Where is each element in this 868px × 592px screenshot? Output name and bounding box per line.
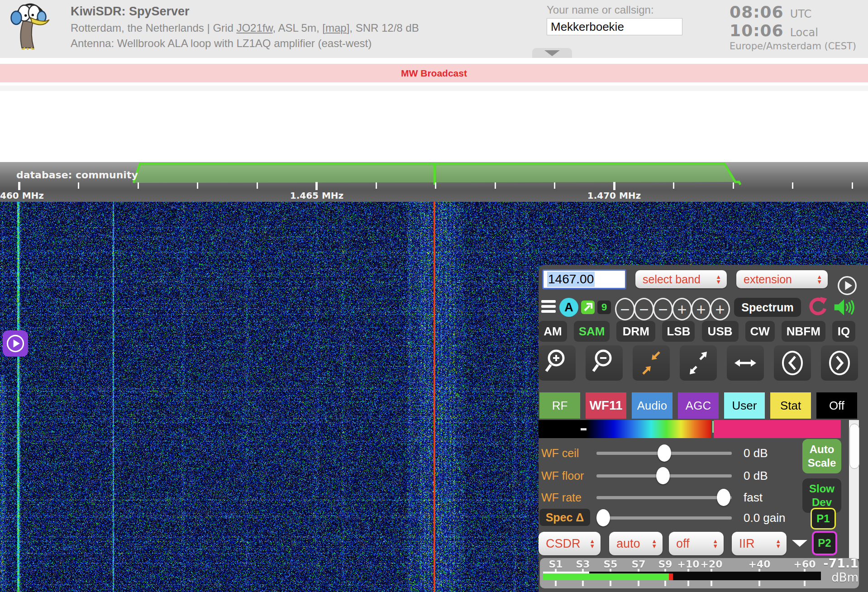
mode-button-cw[interactable]: CW [745,321,775,342]
zoom-out-step-button-2[interactable]: − [634,298,654,320]
s-meter-tick [610,581,611,586]
tab-rf[interactable]: RF [539,392,580,419]
kiwi-bird-icon [5,1,52,50]
refresh-button[interactable] [806,296,828,319]
passband-width-button[interactable] [727,345,764,381]
mode-button-nbfm[interactable]: NBFM [782,321,825,342]
slider-thumb[interactable] [596,509,610,526]
slider-value: 0 dB [744,446,768,460]
select-band-dropdown[interactable]: select band ▲▼ [635,270,727,288]
minor-tick [733,182,734,189]
band-bar-label: MW Broadcast [401,68,467,79]
minor-tick [792,182,793,189]
slider-label-2: WF floor [541,469,584,482]
callsign-input[interactable] [547,18,682,35]
link-button[interactable] [581,301,595,314]
play-icon [5,334,25,353]
slider-track[interactable] [596,496,732,499]
zoom-out-step-button-1[interactable]: − [615,298,635,320]
major-tick [613,182,615,190]
zoom-in-step-button-1[interactable]: + [672,298,692,320]
preset-p1-button[interactable]: P1 [811,508,836,530]
utc-time: 08:06 [730,3,784,21]
dsp-dropdown-csdr[interactable]: CSDR▲▼ [539,532,601,555]
frequency-label: 460 MHz [0,190,44,201]
slider-thumb[interactable] [658,444,671,462]
extension-play-button[interactable] [837,275,858,296]
chevron-down-icon [544,50,560,56]
dsp-dropdown-auto[interactable]: auto▲▼ [609,532,663,555]
shift-right-button[interactable] [821,345,858,381]
shift-left-button[interactable] [774,345,811,381]
location-prefix: Rotterdam, the Netherlands | Grid [71,22,236,34]
spacer [0,82,868,86]
tab-agc[interactable]: AGC [678,392,719,419]
zoom-out-step-button-3[interactable]: − [653,298,673,320]
s-meter-label: S7 [631,559,645,570]
dsp-dropdown-label: IIR [739,537,755,551]
zoom-level-badge[interactable]: 9 [597,301,611,314]
zoom-out-button[interactable] [586,345,623,381]
tab-audio[interactable]: Audio [632,392,672,419]
frequency-scale[interactable]: database: community 460 MHz1.465 MHz1.47… [0,162,868,202]
frequency-label: 1.470 MHz [587,190,641,201]
compress-arrows-icon [637,346,666,380]
auto-scale-line: Auto [802,443,841,456]
zoom-to-band-button[interactable] [633,345,670,381]
spacer [0,58,868,64]
colormap-gradient [587,420,711,438]
mode-button-drm[interactable]: DRM [616,321,655,342]
s-meter-label: +60 [793,559,816,570]
mode-button-lsb[interactable]: LSB [662,321,695,342]
frequency-input[interactable]: 1467.00 [542,269,626,289]
panel-scrollbar-thumb[interactable] [849,424,859,469]
extension-dropdown[interactable]: extension ▲▼ [736,270,828,288]
mode-button-iq[interactable]: IQ [832,321,855,342]
more-options-caret[interactable] [792,540,807,547]
major-tick [18,182,20,190]
s-meter-tick [711,581,712,586]
mute-button[interactable] [833,296,856,318]
zoom-in-step-button-3[interactable]: + [710,298,730,320]
audio-start-button[interactable] [3,330,28,357]
colormap-overload-zone [714,420,841,438]
mode-button-am[interactable]: AM [539,321,567,342]
local-label: Local [790,26,818,39]
slider-thumb[interactable] [717,489,730,506]
tab-off[interactable]: Off [816,392,857,419]
slider-value: 0 dB [744,469,768,483]
mode-button-usb[interactable]: USB [702,321,739,342]
minor-tick [495,182,496,189]
refresh-icon [806,296,828,319]
slider-label-4[interactable]: Spec Δ [539,509,590,526]
dsp-dropdown-label: auto [616,537,640,551]
dsp-dropdown-off[interactable]: off▲▼ [669,532,724,555]
band-bar[interactable]: MW Broadcast [0,64,868,82]
grid-link[interactable]: JO21fw [236,22,272,34]
header-collapse-tab[interactable] [532,48,572,58]
slider-track[interactable] [596,516,732,520]
dsp-dropdown-iir[interactable]: IIR▲▼ [732,532,787,555]
zoom-in-button[interactable] [539,345,576,381]
tab-user[interactable]: User [724,392,765,419]
preset-p2-button[interactable]: P2 [812,531,837,555]
frequency-value: 1467.00 [547,272,595,287]
auto-scale-button[interactable]: AutoScale [802,439,841,473]
minor-tick [435,182,436,189]
slider-thumb[interactable] [656,467,670,484]
tab-wf11[interactable]: WF11 [586,392,626,419]
spectrum-button[interactable]: Spectrum [734,298,801,317]
spinner-arrows-icon: ▲▼ [816,274,822,284]
s-meter-label: S3 [576,559,590,570]
aperture-button[interactable]: A [559,298,578,317]
tab-stat[interactable]: Stat [770,392,811,419]
select-band-label: select band [643,273,701,286]
zoom-max-out-button[interactable] [680,345,717,381]
menu-icon[interactable] [541,300,556,315]
mode-button-sam[interactable]: SAM [574,321,610,342]
zoom-in-step-button-2[interactable]: + [691,298,711,320]
map-link[interactable]: map [325,22,347,34]
s-meter-level-red [669,573,673,580]
s-meter-level-rest [673,573,821,580]
chevron-right-icon [825,346,854,380]
